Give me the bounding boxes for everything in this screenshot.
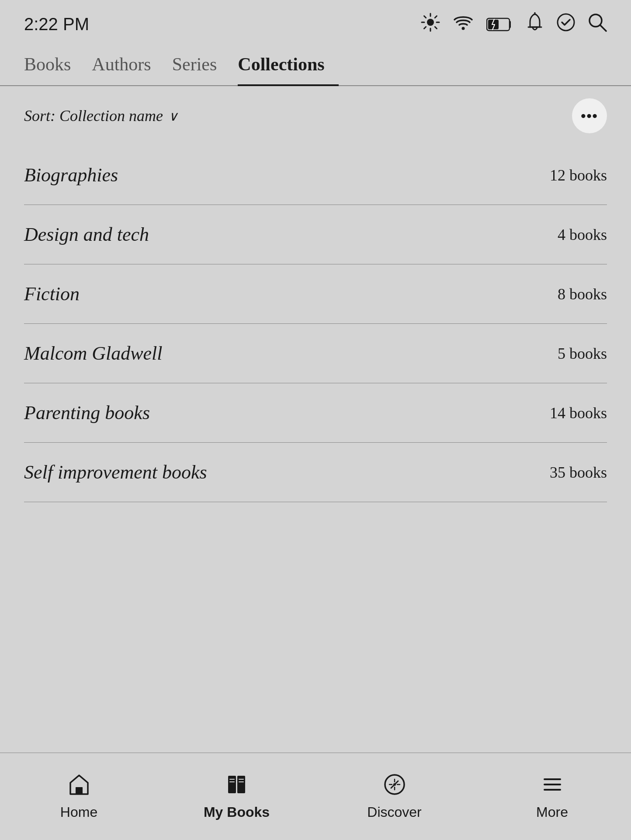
collection-count: 5 books (558, 344, 607, 363)
svg-rect-17 (76, 787, 83, 794)
nav-label-home: Home (60, 804, 97, 820)
chevron-down-icon: ∨ (168, 108, 178, 124)
collection-name: Design and tech (24, 223, 149, 246)
tab-authors[interactable]: Authors (92, 45, 165, 86)
collection-name: Malcom Gladwell (24, 342, 163, 364)
collections-list: Biographies 12 books Design and tech 4 b… (0, 146, 631, 502)
nav-label-more: More (536, 804, 568, 820)
nav-label-my-books: My Books (204, 804, 270, 820)
bottom-navigation: Home My Books (0, 753, 631, 840)
collection-item-fiction[interactable]: Fiction 8 books (24, 264, 607, 324)
brightness-icon (421, 13, 440, 36)
svg-rect-19 (237, 776, 245, 793)
search-icon[interactable] (588, 13, 607, 36)
tab-books[interactable]: Books (24, 45, 85, 86)
sync-icon (556, 13, 576, 36)
svg-line-16 (600, 25, 606, 31)
tab-series[interactable]: Series (172, 45, 231, 86)
collection-item-design-and-tech[interactable]: Design and tech 4 books (24, 205, 607, 264)
collection-item-self-improvement-books[interactable]: Self improvement books 35 books (24, 443, 607, 502)
status-icons (421, 12, 607, 36)
collection-name: Biographies (24, 164, 118, 186)
svg-point-25 (393, 783, 396, 786)
svg-point-14 (558, 14, 574, 31)
collection-item-biographies[interactable]: Biographies 12 books (24, 146, 607, 205)
more-icon (541, 773, 564, 800)
svg-line-7 (435, 16, 437, 18)
sort-selector[interactable]: Sort: Collection name ∨ (24, 107, 178, 125)
tab-collections[interactable]: Collections (238, 45, 338, 86)
nav-item-discover[interactable]: Discover (316, 773, 473, 820)
collection-name: Self improvement books (24, 461, 207, 483)
collection-name: Fiction (24, 283, 80, 305)
svg-line-8 (424, 27, 426, 28)
svg-line-6 (435, 27, 437, 28)
collection-count: 35 books (550, 463, 607, 482)
time-display: 2:22 PM (24, 14, 89, 34)
nav-item-more[interactable]: More (473, 773, 631, 820)
collection-name: Parenting books (24, 402, 150, 424)
collection-item-parenting-books[interactable]: Parenting books 14 books (24, 383, 607, 443)
tabs-bar: Books Authors Series Collections (0, 45, 631, 86)
battery-icon (486, 17, 513, 32)
notification-icon (526, 12, 544, 36)
more-options-button[interactable]: ••• (572, 98, 607, 133)
collection-count: 8 books (558, 285, 607, 303)
svg-point-0 (427, 19, 434, 26)
collection-item-malcom-gladwell[interactable]: Malcom Gladwell 5 books (24, 324, 607, 383)
collection-count: 12 books (550, 166, 607, 184)
nav-item-home[interactable]: Home (0, 773, 158, 820)
nav-label-discover: Discover (367, 804, 421, 820)
wifi-icon (452, 13, 474, 36)
sort-label-text: Sort: Collection name (24, 107, 163, 125)
nav-item-my-books[interactable]: My Books (158, 773, 316, 820)
svg-line-5 (424, 16, 426, 18)
svg-rect-18 (228, 776, 236, 793)
collection-count: 4 books (558, 226, 607, 244)
home-icon (68, 773, 90, 800)
collection-count: 14 books (550, 404, 607, 422)
discover-icon (383, 773, 406, 800)
svg-point-9 (462, 27, 465, 30)
sort-row: Sort: Collection name ∨ ••• (0, 86, 631, 146)
books-icon (225, 773, 248, 800)
status-bar: 2:22 PM (0, 0, 631, 45)
